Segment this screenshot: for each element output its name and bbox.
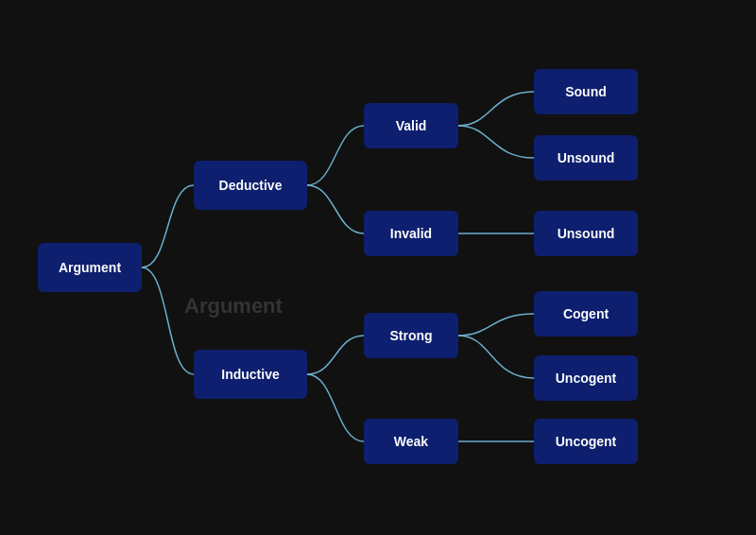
cogent-node: Cogent [534,291,638,337]
strong-node: Strong [364,313,458,358]
weak-node: Weak [364,419,458,464]
uncogent2-node: Uncogent [534,419,638,464]
unsound2-node: Unsound [534,211,638,256]
valid-node: Valid [364,103,458,148]
diagram: Argument Deductive Inductive Valid Inval… [9,12,747,523]
unsound1-node: Unsound [534,135,638,181]
invalid-node: Invalid [364,211,458,256]
uncogent1-node: Uncogent [534,355,638,401]
sound-node: Sound [534,69,638,114]
deductive-node: Deductive [194,161,307,210]
inductive-node: Inductive [194,350,307,399]
watermark: Argument [184,294,283,319]
root-node: Argument [38,243,142,292]
